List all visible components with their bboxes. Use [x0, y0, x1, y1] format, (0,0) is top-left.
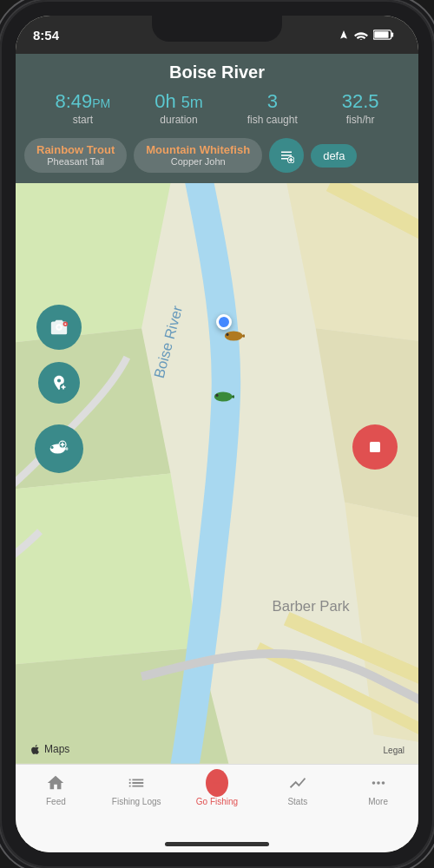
more-icon — [369, 773, 388, 792]
home-icon — [46, 773, 65, 792]
stat-fish-count: 3 fish caught — [247, 91, 298, 126]
tab-fishing-logs-label: Fishing Logs — [112, 797, 161, 806]
tab-feed-label: Feed — [46, 797, 66, 806]
svg-rect-2 — [374, 31, 388, 38]
stat-fish-rate-value: 32.5 — [342, 91, 379, 112]
svg-point-9 — [214, 392, 233, 402]
phone-frame: 8:54 Boise River 8:49PM start 0h 5m — [0, 0, 434, 868]
svg-point-19 — [381, 781, 385, 785]
svg-text:Barber Park: Barber Park — [273, 598, 351, 615]
camera-icon — [49, 318, 69, 337]
stats-row: 8:49PM start 0h 5m duration 3 fish caugh… — [33, 91, 401, 126]
tab-stats[interactable]: Stats — [257, 772, 338, 806]
home-bar — [165, 842, 269, 846]
stat-duration-value: 0h 5m — [155, 91, 203, 112]
status-time: 8:54 — [33, 28, 59, 43]
log-fish-button[interactable] — [35, 424, 83, 473]
stats-icon — [288, 773, 307, 792]
add-fish-chip-button[interactable] — [269, 138, 304, 173]
fish-marker-1 — [224, 329, 245, 346]
fish-chip-mountain-whitefish[interactable]: Mountain Whitefish Copper John — [134, 138, 262, 173]
tab-fishing-logs[interactable]: Fishing Logs — [96, 772, 177, 806]
stat-duration: 0h 5m duration — [155, 91, 203, 126]
chips-row: Rainbow Trout Pheasant Tail Mountain Whi… — [16, 138, 418, 183]
svg-point-18 — [377, 781, 380, 785]
fish-chip-mountain-whitefish-name: Mountain Whitefish — [146, 143, 250, 156]
svg-point-17 — [372, 781, 375, 785]
home-indicator — [16, 835, 418, 852]
feed-tab-icon — [44, 772, 67, 794]
tab-go-fishing[interactable]: Go Fishing — [177, 772, 258, 806]
status-icons — [339, 30, 394, 40]
svg-point-14 — [50, 446, 53, 449]
location-add-icon — [50, 374, 68, 391]
add-location-button[interactable] — [38, 362, 80, 404]
screen: 8:54 Boise River 8:49PM start 0h 5m — [16, 16, 418, 852]
svg-point-10 — [215, 394, 218, 397]
fish-chip-mountain-whitefish-lure: Copper John — [171, 156, 226, 167]
stat-fish-rate-label: fish/hr — [346, 114, 375, 126]
fish-chip-rainbow-trout-lure: Pheasant Tail — [47, 156, 104, 167]
map-container[interactable]: Boise River Barber Park — [16, 183, 418, 764]
tab-stats-label: Stats — [287, 797, 307, 806]
svg-rect-1 — [391, 32, 394, 36]
fish-chip-rainbow-trout-name: Rainbow Trout — [36, 143, 115, 156]
stat-fish-count-label: fish caught — [247, 114, 298, 126]
svg-rect-16 — [370, 442, 380, 452]
location-icon — [339, 30, 349, 40]
plus-icon — [209, 775, 225, 791]
default-chip[interactable]: defa — [311, 144, 357, 168]
stats-tab-icon — [286, 772, 309, 794]
notch — [152, 16, 282, 42]
apple-icon — [30, 744, 41, 755]
tab-more[interactable]: More — [338, 772, 418, 806]
fish-add-icon — [49, 438, 69, 459]
tab-bar: Feed Fishing Logs — [16, 764, 418, 835]
svg-point-7 — [225, 332, 243, 341]
fish-marker-2 — [214, 390, 234, 407]
battery-icon — [373, 30, 394, 40]
stop-icon — [367, 439, 383, 455]
default-chip-label: defa — [323, 149, 345, 162]
go-fishing-tab-icon — [206, 772, 228, 794]
legal-label[interactable]: Legal — [384, 746, 404, 755]
stat-start: 8:49PM start — [55, 91, 110, 126]
tab-more-label: More — [368, 797, 388, 806]
page-title: Boise River — [33, 62, 401, 82]
list-icon — [127, 773, 146, 792]
svg-point-8 — [226, 333, 228, 336]
apple-maps-label: Maps — [30, 743, 69, 755]
stop-session-button[interactable] — [352, 424, 398, 470]
tab-feed[interactable]: Feed — [16, 772, 96, 806]
maps-text: Maps — [44, 743, 69, 755]
stat-fish-rate: 32.5 fish/hr — [342, 91, 379, 126]
add-list-icon — [279, 148, 294, 163]
stat-duration-label: duration — [160, 114, 197, 126]
go-fishing-circle — [206, 769, 228, 797]
stat-start-label: start — [73, 114, 93, 126]
fishing-logs-tab-icon — [125, 772, 148, 794]
wifi-icon — [354, 30, 368, 40]
stat-start-value: 8:49PM — [55, 91, 110, 112]
more-tab-icon — [367, 772, 390, 794]
user-location-marker — [216, 314, 232, 330]
map-background: Boise River Barber Park — [16, 183, 418, 764]
app-header: Boise River 8:49PM start 0h 5m duration … — [16, 54, 418, 138]
stat-fish-count-value: 3 — [267, 91, 278, 112]
camera-button[interactable] — [36, 305, 82, 350]
fish-chip-rainbow-trout[interactable]: Rainbow Trout Pheasant Tail — [24, 138, 127, 173]
tab-go-fishing-label: Go Fishing — [196, 797, 238, 806]
